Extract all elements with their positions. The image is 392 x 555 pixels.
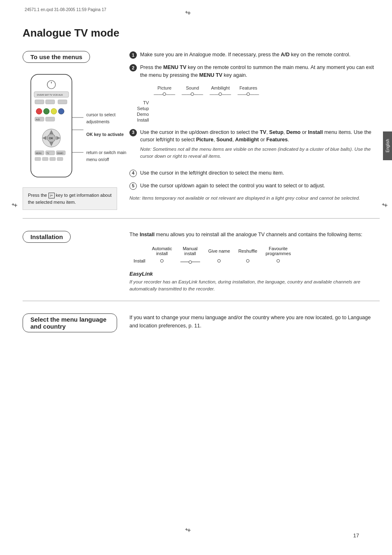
- svg-rect-0: [31, 74, 72, 177]
- step-1-text: Make sure you are in Analogue mode. If n…: [140, 51, 380, 59]
- remote-illustration: DVD/R SAT TV VCR AUX A/D: [23, 70, 117, 182]
- easylink-title: EasyLink: [129, 271, 380, 277]
- language-header: Select the menu language and country: [23, 313, 117, 332]
- bottom-note: Note: Items temporary not available or n…: [129, 195, 380, 202]
- step-2-text: Press the MENU TV key on the remote cont…: [140, 64, 380, 79]
- english-side-tab: English: [383, 131, 392, 160]
- step-4: 4 Use the cursor in the left/right direc…: [129, 169, 380, 177]
- installation-header: Installation: [23, 231, 71, 243]
- crosshair-left-mid: +: [12, 201, 20, 210]
- step-4-number: 4: [129, 170, 137, 177]
- svg-point-9: [44, 108, 49, 114]
- info-box: Press the i+ key to get information abou…: [23, 187, 117, 210]
- label-ok-bold: OK key to activate: [86, 131, 136, 138]
- svg-rect-31: [57, 157, 63, 161]
- label-return: return or switch main menu on/off: [86, 149, 136, 163]
- svg-point-11: [58, 108, 64, 114]
- language-left-col: Select the menu language and country: [23, 313, 117, 340]
- step-5: 5 Use the cursor up/down again to select…: [129, 182, 380, 190]
- language-text: If you want to change your menu language…: [129, 313, 380, 330]
- easylink-section: EasyLink If your recorder has an EasyLin…: [129, 271, 380, 293]
- left-column: To use the menus DVD/R SAT TV VCR AUX: [23, 51, 117, 210]
- rule-language: [23, 301, 380, 301]
- install-intro-text: The Install menu allows you to reinstall…: [129, 231, 380, 239]
- svg-text:A/D: A/D: [36, 118, 40, 121]
- svg-rect-14: [46, 117, 55, 121]
- step-2: 2 Press the MENU TV key on the remote co…: [129, 64, 380, 79]
- svg-rect-29: [42, 157, 48, 161]
- svg-text:TV: TV: [46, 152, 49, 154]
- step-3-note: Note: Sometimes not all the menu items a…: [140, 146, 380, 160]
- use-menus-header: To use the menus: [23, 51, 90, 63]
- svg-rect-6: [46, 100, 55, 104]
- svg-rect-5: [35, 100, 44, 104]
- crosshair-right-mid: +: [382, 201, 390, 210]
- easylink-text: If your recorder has an EasyLink functio…: [129, 279, 380, 293]
- step-4-text: Use the cursor in the left/right directi…: [140, 169, 380, 177]
- menu-diagram: Picture Sound Ambilight Features ———— ——…: [134, 85, 380, 123]
- svg-rect-28: [35, 157, 41, 161]
- label-cursor: cursor to select adjustments: [86, 111, 136, 125]
- step-3-text: Use the cursor in the up/down direction …: [140, 129, 380, 164]
- page-title: Analogue TV mode: [23, 27, 380, 39]
- right-column-menus: 1 Make sure you are in Analogue mode. If…: [129, 51, 380, 210]
- svg-point-10: [51, 108, 57, 114]
- rule-installation: [23, 218, 380, 219]
- svg-rect-7: [58, 100, 67, 104]
- remote-svg: DVD/R SAT TV VCR AUX A/D: [23, 70, 88, 181]
- install-left-col: Installation: [23, 231, 117, 292]
- step-3: 3 Use the cursor in the up/down directio…: [129, 129, 380, 164]
- svg-text:MENU: MENU: [36, 152, 42, 154]
- remote-label-cursor: cursor to select adjustments OK key to a…: [86, 111, 136, 163]
- step-5-number: 5: [129, 182, 137, 190]
- step-5-text: Use the cursor up/down again to select t…: [140, 182, 380, 190]
- step-2-number: 2: [129, 64, 137, 71]
- install-two-col: Installation The Install menu allows you…: [23, 231, 380, 292]
- section-language: Select the menu language and country If …: [23, 313, 380, 340]
- svg-point-8: [36, 108, 42, 114]
- svg-rect-30: [50, 157, 55, 161]
- crosshair-top: +: [185, 9, 193, 17]
- language-two-col: Select the menu language and country If …: [23, 313, 380, 340]
- svg-text:DEMO: DEMO: [57, 152, 63, 154]
- step-1: 1 Make sure you are in Analogue mode. If…: [129, 51, 380, 59]
- install-diagram: Automaticinstall Manualinstall Give name…: [129, 245, 380, 265]
- section-installation: Installation The Install menu allows you…: [23, 231, 380, 292]
- install-table: Automaticinstall Manualinstall Give name…: [129, 245, 295, 265]
- svg-text:DVD/R SAT TV VCR AUX: DVD/R SAT TV VCR AUX: [37, 94, 63, 96]
- page-meta: 24571.1 en.qxd 31-08-2005 11:59 Pagina 1…: [25, 7, 106, 12]
- step-1-number: 1: [129, 51, 137, 59]
- section-use-menus: To use the menus DVD/R SAT TV VCR AUX: [23, 51, 380, 210]
- menu-table: Picture Sound Ambilight Features ———— ——…: [134, 85, 262, 123]
- svg-text:OK: OK: [49, 137, 53, 140]
- info-box-text: Press the i+ key to get information abou…: [28, 193, 112, 205]
- install-right-col: The Install menu allows you to reinstall…: [129, 231, 380, 292]
- language-right-col: If you want to change your menu language…: [129, 313, 380, 340]
